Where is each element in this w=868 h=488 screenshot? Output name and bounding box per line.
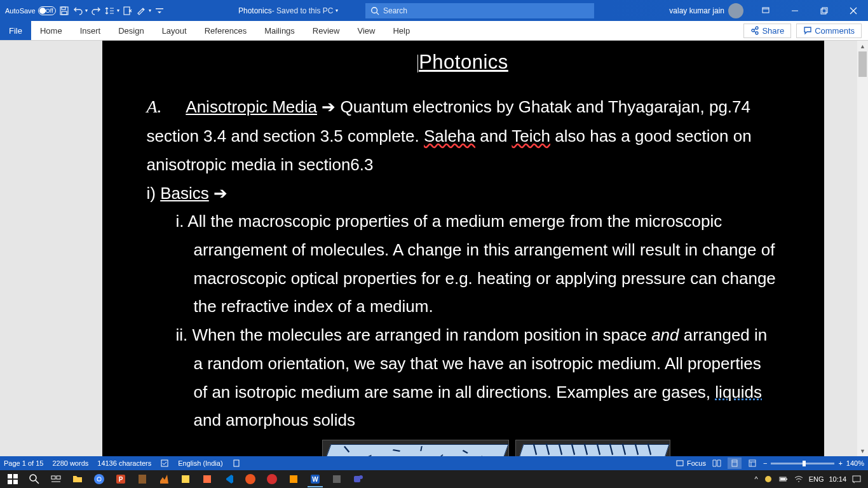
page-indicator[interactable]: Page 1 of 15 [4,459,43,467]
zoom-in[interactable]: + [838,459,842,467]
char-count[interactable]: 14136 characters [97,459,151,467]
print-layout-icon[interactable] [728,458,742,469]
doc-dropdown[interactable]: ▾ [336,8,338,13]
document-area: Photonics A. Anisotropic Media ➔ Quantum… [0,41,868,456]
image-crystal-a[interactable] [322,440,509,456]
ribbon-display-icon[interactable] [751,0,780,21]
task-view-icon[interactable] [46,471,66,487]
toggle-switch[interactable]: Off [38,6,56,15]
battery-icon[interactable] [778,474,789,484]
app-icon-1[interactable] [132,471,153,487]
search-task-icon[interactable] [24,471,44,487]
spellcheck-icon[interactable] [160,459,169,468]
vertical-scrollbar[interactable]: ▲ ▼ [857,41,868,456]
redo-icon[interactable] [90,5,102,17]
app-icon-4[interactable] [262,471,282,487]
heading-anisotropic: Anisotropic Media [186,97,317,116]
titlebar-left: AutoSave Off ▾ ▾ ▾ [0,5,165,17]
save-icon[interactable] [58,5,70,17]
tray-chevron-icon[interactable]: ^ [754,475,757,483]
user-name[interactable]: valay kumar jain [669,6,724,15]
web-layout-icon[interactable] [745,458,759,469]
explorer-icon[interactable] [67,471,88,487]
editor-dropdown[interactable]: ▾ [149,8,151,13]
wifi-icon[interactable] [794,474,804,484]
ubuntu-icon[interactable] [240,471,261,487]
svg-rect-19 [8,480,12,484]
teams-icon[interactable] [348,471,369,487]
minimize-icon[interactable] [780,0,810,21]
system-tray: ^ ENG 10:14 [754,474,865,484]
comments-button[interactable]: Comments [796,24,862,38]
matlab-icon[interactable] [154,471,174,487]
editor-icon[interactable] [136,5,147,17]
start-button[interactable] [3,471,23,487]
grammar-liquids: liquids [715,383,762,402]
customize-qat-icon[interactable] [154,5,165,17]
powerpoint-icon[interactable]: P [111,471,131,487]
page[interactable]: Photonics A. Anisotropic Media ➔ Quantum… [102,41,824,456]
language-indicator[interactable]: ENG [809,475,824,483]
document-title: Photonics - Saved to this PC ▾ [238,6,338,15]
scroll-track[interactable] [857,51,868,445]
svg-rect-8 [822,8,827,13]
share-label: Share [762,26,784,36]
undo-dropdown[interactable]: ▾ [85,8,88,13]
share-button[interactable]: Share [743,24,791,38]
track-changes-icon[interactable] [122,5,133,17]
zoom-slider[interactable] [771,463,834,464]
clock[interactable]: 10:14 [829,475,846,483]
tab-references[interactable]: References [196,21,255,40]
word-icon[interactable]: W [305,471,325,487]
document-scroll[interactable]: Photonics A. Anisotropic Media ➔ Quantum… [0,41,857,456]
language[interactable]: English (India) [178,459,222,467]
search-icon [370,6,379,15]
tab-help[interactable]: Help [384,21,419,40]
word-count[interactable]: 2280 words [52,459,88,467]
weather-icon[interactable] [763,474,773,484]
svg-rect-43 [780,478,785,480]
search-box[interactable] [365,3,594,18]
avatar[interactable] [728,3,743,18]
ribbon-right: Share Comments [743,21,868,40]
line-spacing-icon[interactable] [104,5,116,17]
svg-point-9 [756,27,758,29]
scroll-down-icon[interactable]: ▼ [857,445,868,456]
tab-review[interactable]: Review [304,21,349,40]
focus-mode[interactable]: Focus [675,459,706,468]
app-icon-6[interactable] [327,471,347,487]
tab-home[interactable]: Home [31,21,71,40]
svg-rect-22 [51,476,55,479]
share-icon [750,26,759,35]
spacing-dropdown[interactable]: ▾ [117,8,119,13]
maximize-icon[interactable] [810,0,839,21]
image-crystal-b[interactable] [515,440,670,456]
statusbar-right: Focus − + 140% [675,458,864,469]
close-icon[interactable] [839,0,868,21]
list-letter: A. [147,92,182,122]
zoom-level[interactable]: 140% [846,459,864,467]
app-icon-3[interactable] [197,471,217,487]
scroll-thumb[interactable] [858,51,867,77]
tab-mailings[interactable]: Mailings [255,21,304,40]
autosave-toggle[interactable]: AutoSave Off [5,6,56,15]
app-icon-2[interactable] [175,471,196,487]
accessibility-icon[interactable] [232,459,241,468]
tab-view[interactable]: View [348,21,384,40]
tab-design[interactable]: Design [109,21,153,40]
chrome-icon[interactable] [89,471,109,487]
vscode-icon[interactable] [219,471,239,487]
app-icon-5[interactable] [283,471,304,487]
tab-insert[interactable]: Insert [71,21,110,40]
notifications-icon[interactable] [851,474,862,484]
zoom-out[interactable]: − [763,459,767,467]
tab-file[interactable]: File [0,21,31,40]
search-input[interactable] [383,6,589,15]
svg-rect-42 [786,478,787,480]
tab-layout[interactable]: Layout [153,21,196,40]
svg-rect-18 [13,474,18,478]
ribbon: File Home Insert Design Layout Reference… [0,21,868,41]
scroll-up-icon[interactable]: ▲ [857,41,868,51]
read-mode-icon[interactable] [710,458,724,469]
undo-icon[interactable] [72,5,84,17]
